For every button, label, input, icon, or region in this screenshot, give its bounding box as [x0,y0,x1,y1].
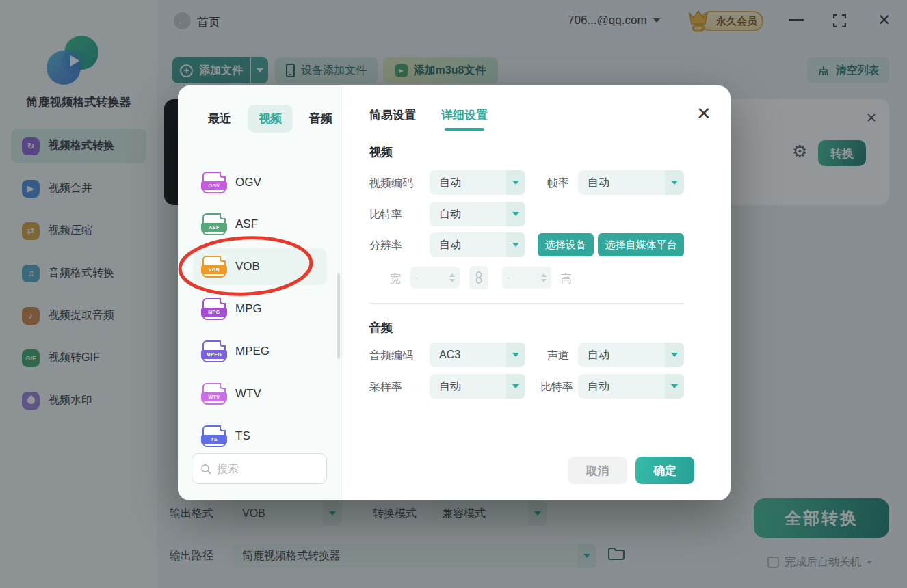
format-list-scrollbar[interactable] [337,273,340,359]
wtv-file-icon: WTV [202,383,226,405]
width-stepper[interactable] [410,267,460,289]
tab-audio[interactable]: 音频 [302,105,339,133]
audio-bitrate-label: 比特率 [540,380,573,395]
vob-file-icon: VOB [202,256,226,278]
format-item-ogv[interactable]: OGV OGV [193,164,327,201]
format-item-vob[interactable]: VOB VOB [193,248,327,285]
audio-section-heading: 音频 [369,320,393,336]
chevron-down-icon [506,232,525,257]
format-item-ts[interactable]: TS TS [193,418,327,455]
format-item-mpeg[interactable]: MPEG MPEG [193,333,327,370]
lock-aspect-ratio-icon[interactable] [469,266,488,289]
select-device-button[interactable]: 选择设备 [538,233,594,256]
section-divider [369,303,684,304]
video-codec-label: 视频编码 [369,176,413,191]
format-settings-modal: 最近 视频 音频 OGV OGV ASF ASF VOB VOB MPG MPG… [178,85,731,500]
video-bitrate-label: 比特率 [369,208,402,222]
resolution-select[interactable]: 自动 [430,232,525,257]
video-codec-select[interactable]: 自动 [430,170,525,195]
audio-bitrate-select[interactable]: 自动 [578,374,684,399]
format-item-mpg[interactable]: MPG MPG [193,291,327,328]
frame-rate-label: 帧率 [547,176,569,191]
mpeg-file-icon: MPEG [202,340,226,362]
ts-file-icon: TS [202,425,226,447]
height-label: 高 [561,272,572,286]
channels-label: 声道 [547,349,569,363]
asf-file-icon: ASF [202,213,226,235]
tab-recent[interactable]: 最近 [201,105,238,133]
width-input[interactable] [415,272,443,283]
format-chooser-panel: 最近 视频 音频 OGV OGV ASF ASF VOB VOB MPG MPG… [178,85,342,500]
ok-button[interactable]: 确定 [635,457,694,484]
video-section-heading: 视频 [369,144,393,160]
chevron-down-icon [506,170,525,195]
tab-video[interactable]: 视频 [248,105,293,133]
chevron-down-icon [665,170,684,195]
resolution-label: 分辨率 [369,239,402,253]
tab-simple-settings[interactable]: 简易设置 [369,107,416,123]
format-search-box [192,453,327,484]
close-modal-icon[interactable]: ✕ [696,103,711,124]
ogv-file-icon: OGV [202,172,226,193]
cancel-button[interactable]: 取消 [568,457,627,484]
chevron-down-icon [506,374,525,399]
chevron-down-icon [665,374,684,399]
audio-codec-label: 音频编码 [369,349,413,363]
height-input[interactable] [507,272,534,283]
format-item-wtv[interactable]: WTV WTV [193,375,327,412]
chevron-down-icon [665,343,684,367]
chevron-down-icon [506,343,525,367]
search-icon [200,464,211,475]
chevron-down-icon [506,202,525,226]
audio-codec-select[interactable]: AC3 [430,343,525,367]
tab-detailed-settings[interactable]: 详细设置 [441,107,488,123]
search-input[interactable] [217,463,306,475]
active-tab-underline [445,128,484,131]
width-label: 宽 [390,272,401,286]
channels-select[interactable]: 自动 [578,343,684,367]
sample-rate-label: 采样率 [369,380,402,395]
height-stepper[interactable] [502,267,551,289]
format-tabs: 最近 视频 音频 [201,105,339,133]
mpg-file-icon: MPG [202,298,226,320]
video-bitrate-select[interactable]: 自动 [430,202,525,226]
format-item-asf[interactable]: ASF ASF [193,206,327,243]
frame-rate-select[interactable]: 自动 [578,170,684,195]
select-platform-button[interactable]: 选择自媒体平台 [598,233,684,256]
sample-rate-select[interactable]: 自动 [430,374,525,399]
